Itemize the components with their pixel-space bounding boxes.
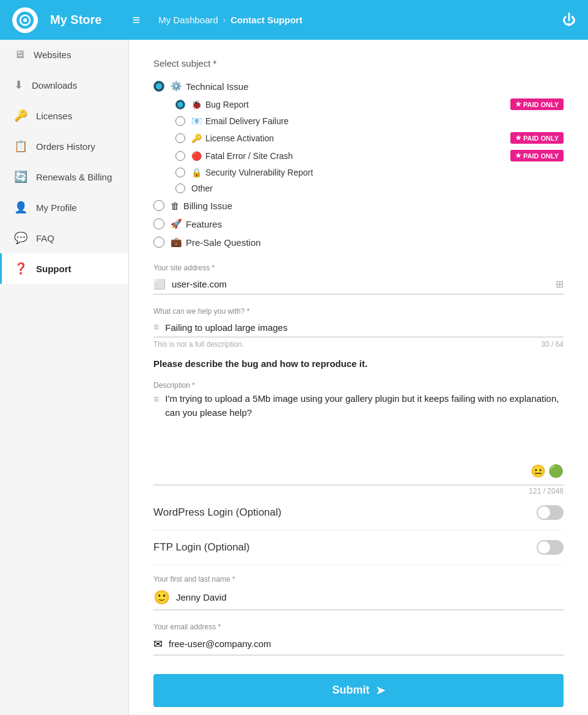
help-topic-group: What can we help you with? * ≡ This is n… [153,307,564,349]
subject-technical[interactable]: ⚙️ Technical Issue [153,77,564,95]
sidebar-label-support: Support [36,264,72,274]
license-paid-badge: PAID ONLY [510,132,564,144]
license-emoji: 🔑 [191,133,202,143]
features-label: 🚀 Features [171,218,222,229]
features-radio[interactable] [153,218,164,229]
sidebar-item-orders[interactable]: 📋 Orders History [0,131,128,161]
orders-icon: 📋 [14,139,28,153]
presale-label: 💼 Pre-Sale Question [171,237,261,248]
sidebar-label-downloads: Downloads [32,80,77,91]
sidebar-label-websites: Websites [34,50,71,60]
submit-button[interactable]: Submit ➤ [153,674,564,707]
fatal-emoji: 🔴 [191,151,202,161]
sidebar-item-faq[interactable]: 💬 FAQ [0,223,128,253]
subject-billing[interactable]: 🗑 Billing Issue [153,196,564,215]
other-radio[interactable] [175,183,185,193]
layout: 🖥 Websites ⬇ Downloads 🔑 Licenses 📋 Orde… [0,40,588,715]
other-label: Other [191,183,564,193]
svg-point-2 [23,18,27,22]
ftp-login-slider [537,540,564,555]
main-content: Select subject * ⚙️ Technical Issue [129,40,588,715]
websites-icon: 🖥 [14,48,25,61]
faq-icon: 💬 [14,231,28,245]
licenses-icon: 🔑 [14,109,28,122]
wp-login-toggle[interactable] [537,505,564,520]
email-input[interactable] [169,639,564,649]
email-group: Your email address * ✉ [153,623,564,656]
downloads-icon: ⬇ [14,78,23,92]
sidebar-item-profile[interactable]: 👤 My Profile [0,192,128,223]
sub-email[interactable]: 📧 Email Delivery Failure [175,113,564,129]
breadcrumb-home[interactable]: My Dashboard [158,15,218,25]
name-group: Your first and last name * 🙂 [153,575,564,610]
grammarly-icon[interactable]: 🟢 [548,464,564,478]
site-address-group: Your site address * ⬜ ⊞ [153,264,564,295]
bug-label: 🐞 Bug Report [191,100,504,109]
license-label: 🔑 License Activation [191,133,504,143]
sidebar-label-renewals: Renewals & Billing [36,172,112,182]
wp-login-label: WordPress Login (Optional) [153,506,281,519]
store-name: My Store [50,13,101,27]
technical-emoji: ⚙️ [171,81,182,92]
help-topic-count: 30 / 64 [541,340,564,349]
sidebar-item-downloads[interactable]: ⬇ Downloads [0,70,128,100]
email-radio[interactable] [175,116,185,126]
store-logo [12,7,38,33]
sub-other[interactable]: Other [175,180,564,196]
subject-features[interactable]: 🚀 Features [153,215,564,233]
sub-license[interactable]: 🔑 License Activation PAID ONLY [175,129,564,147]
help-topic-hint: This is not a full description. [153,340,244,349]
bug-radio[interactable] [175,100,185,109]
header: My Store ≡ My Dashboard › Contact Suppor… [0,0,588,40]
billing-radio[interactable] [153,200,164,211]
site-address-icon: ⬜ [153,278,166,290]
sidebar-item-licenses[interactable]: 🔑 Licenses [0,100,128,131]
sidebar-item-support[interactable]: ❓ Support [0,253,128,284]
help-topic-input-wrap: ≡ [153,318,564,338]
sub-security[interactable]: 🔒 Security Vulnerability Report [175,165,564,180]
email-label: Your email address * [153,623,564,631]
technical-sub-options: 🐞 Bug Report PAID ONLY 📧 Email Delivery … [153,95,564,196]
renewals-icon: 🔄 [14,170,28,183]
sidebar-item-websites[interactable]: 🖥 Websites [0,40,128,70]
fatal-radio[interactable] [175,151,185,161]
form-content: Select subject * ⚙️ Technical Issue [129,40,588,715]
license-radio[interactable] [175,133,185,143]
name-input[interactable] [176,592,564,602]
avatar-icon: 🙂 [153,590,170,606]
description-textarea[interactable]: I'm trying to upload a 5Mb image using y… [165,392,564,461]
name-label: Your first and last name * [153,575,564,583]
email-field-icon: ✉ [153,637,163,651]
site-address-input[interactable] [172,279,549,289]
sidebar-item-renewals[interactable]: 🔄 Renewals & Billing [0,161,128,192]
description-icon: ≡ [153,394,159,461]
security-label: 🔒 Security Vulnerability Report [191,168,564,177]
subject-presale[interactable]: 💼 Pre-Sale Question [153,233,564,251]
sidebar-label-licenses: Licenses [36,111,72,121]
select-subject-label: Select subject * [153,58,564,69]
technical-radio[interactable] [153,81,164,92]
menu-icon[interactable]: ≡ [132,12,140,28]
email-input-wrap: ✉ [153,634,564,656]
power-icon[interactable]: ⏻ [562,12,576,28]
help-topic-icon: ≡ [153,322,159,333]
sub-bug[interactable]: 🐞 Bug Report PAID ONLY [175,95,564,113]
ftp-login-toggle[interactable] [537,540,564,555]
bug-paid-badge: PAID ONLY [510,98,564,110]
presale-radio[interactable] [153,237,164,248]
help-topic-input[interactable] [165,322,564,333]
sub-fatal[interactable]: 🔴 Fatal Error / Site Crash PAID ONLY [175,147,564,165]
security-radio[interactable] [175,168,185,177]
billing-label: 🗑 Billing Issue [171,201,232,211]
ftp-login-row: FTP Login (Optional) [153,530,564,565]
breadcrumb-chevron: › [223,15,226,24]
submit-label: Submit [333,684,370,697]
emoji-icon[interactable]: 😐 [531,464,546,478]
billing-emoji: 🗑 [171,201,180,211]
sidebar: 🖥 Websites ⬇ Downloads 🔑 Licenses 📋 Orde… [0,40,129,715]
wp-login-slider [537,505,564,520]
description-group: Description * ≡ I'm trying to upload a 5… [153,381,564,495]
textarea-tools: 😐 🟢 [153,464,564,478]
fatal-label: 🔴 Fatal Error / Site Crash [191,151,504,161]
presale-emoji: 💼 [171,237,182,248]
